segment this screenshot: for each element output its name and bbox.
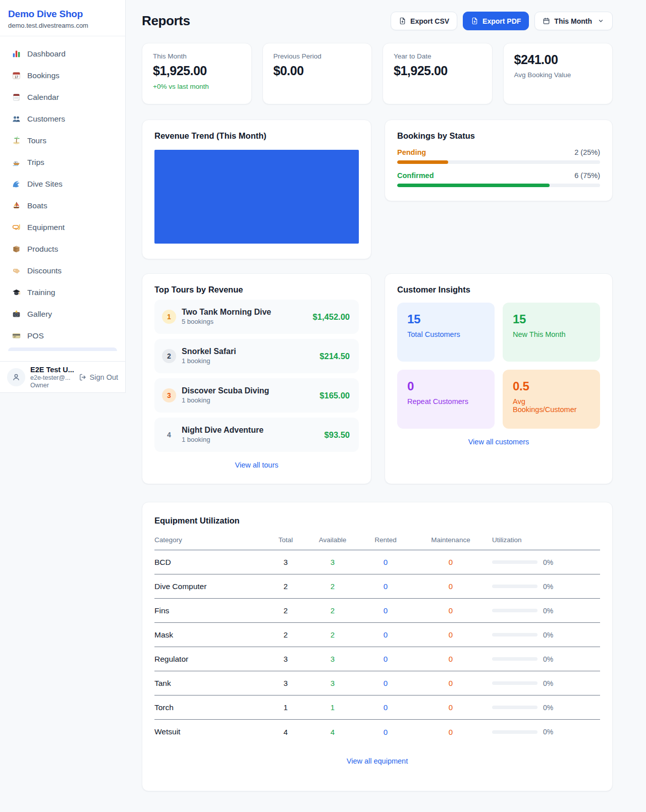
tour-bookings: 1 booking <box>182 396 210 404</box>
tour-revenue: $165.00 <box>319 391 350 400</box>
utilization-track <box>492 609 537 612</box>
cell-total: 3 <box>268 679 303 687</box>
status-count: 6 (75%) <box>574 171 600 180</box>
boat-icon <box>12 158 21 166</box>
tour-row: 4 Night Dive Adventure1 booking $93.50 <box>154 418 359 452</box>
people-icon <box>12 114 21 123</box>
sidebar-item-tours[interactable]: Tours <box>4 130 121 151</box>
utilization-track <box>492 681 537 685</box>
table-row: Torch 1 1 0 0 0% <box>154 695 600 720</box>
tour-bookings: 1 booking <box>182 436 210 443</box>
cell-rented: 0 <box>362 606 409 615</box>
revenue-trend-bar <box>154 150 359 244</box>
export-csv-button[interactable]: Export CSV <box>391 12 457 30</box>
sidebar-item-discounts[interactable]: Discounts <box>4 260 121 281</box>
sidebar-item-dive-sites[interactable]: Dive Sites <box>4 173 121 195</box>
chevron-down-icon <box>597 17 605 25</box>
person-icon <box>11 372 21 382</box>
cell-rented: 0 <box>362 630 409 639</box>
table-row: Regulator 3 3 0 0 0% <box>154 647 600 671</box>
table-row: Tank 3 3 0 0 0% <box>154 671 600 695</box>
cell-rented: 0 <box>362 728 409 736</box>
calendar-icon <box>543 17 550 25</box>
cell-utilization: 0% <box>492 704 600 712</box>
cell-category: Torch <box>154 703 268 712</box>
progress-fill <box>397 184 550 187</box>
cell-utilization: 0% <box>492 679 600 687</box>
stats-row: This Month $1,925.00 +0% vs last month P… <box>142 43 613 104</box>
insight-tile-repeat-customers: 0 Repeat Customers <box>397 370 495 429</box>
cell-category: Dive Computer <box>154 582 268 591</box>
sidebar-item-pos[interactable]: POS <box>4 325 121 346</box>
table-row: Fins 2 2 0 0 0% <box>154 599 600 623</box>
reports-page: Reports Export CSV Export PDF This Month… <box>126 0 646 791</box>
cell-available: 2 <box>303 606 362 615</box>
utilization-track <box>492 657 537 661</box>
file-download-icon <box>471 17 478 25</box>
cell-total: 2 <box>268 630 303 639</box>
cell-maintenance: 0 <box>409 606 492 615</box>
sidebar-item-training[interactable]: Training <box>4 281 121 303</box>
bookings-by-status-title: Bookings by Status <box>397 131 600 141</box>
progress-track <box>397 160 600 164</box>
tour-revenue: $93.50 <box>325 430 350 440</box>
tour-name: Snorkel Safari <box>182 347 236 356</box>
view-all-tours-link[interactable]: View all tours <box>154 461 359 469</box>
dive-mask-icon <box>12 223 21 231</box>
graduation-cap-icon <box>12 288 21 297</box>
cell-category: Regulator <box>154 655 268 664</box>
cell-available: 4 <box>303 728 362 736</box>
header-actions: Export CSV Export PDF This Month <box>391 12 613 30</box>
export-pdf-button[interactable]: Export PDF <box>463 12 529 30</box>
customer-insights-card: Customer Insights 15 Total Customers 15 … <box>385 273 613 484</box>
wave-icon <box>12 180 21 188</box>
utilization-track <box>492 560 537 564</box>
view-all-customers-link[interactable]: View all customers <box>397 438 600 446</box>
user-name: E2E Test U... <box>30 366 74 374</box>
sidebar-item-boats[interactable]: Boats <box>4 195 121 216</box>
sidebar-item-calendar[interactable]: Calendar <box>4 86 121 108</box>
user-info: E2E Test U... e2e-tester@... Owner <box>30 366 74 389</box>
cell-category: Tank <box>154 679 268 688</box>
period-dropdown[interactable]: This Month <box>534 12 613 30</box>
page-header: Reports Export CSV Export PDF This Month <box>142 12 613 30</box>
sidebar-user-footer: E2E Test U... e2e-tester@... Owner Sign … <box>0 361 125 392</box>
progress-track <box>397 184 600 187</box>
cell-maintenance: 0 <box>409 655 492 663</box>
table-row: Dive Computer 2 2 0 0 0% <box>154 574 600 599</box>
revenue-trend-card: Revenue Trend (This Month) <box>142 120 371 259</box>
revenue-trend-title: Revenue Trend (This Month) <box>154 131 359 141</box>
tour-bookings: 5 bookings <box>182 318 213 325</box>
status-label: Confirmed <box>397 171 434 180</box>
sign-out-button[interactable]: Sign Out <box>79 373 118 381</box>
cell-available: 3 <box>303 558 362 566</box>
sidebar-item-trips[interactable]: Trips <box>4 151 121 173</box>
bar-chart-icon <box>12 49 21 58</box>
cell-maintenance: 0 <box>409 728 492 736</box>
sidebar-item-products[interactable]: Products <box>4 238 121 260</box>
utilization-track <box>492 585 537 588</box>
sidebar-item-bookings[interactable]: 17 Bookings <box>4 65 121 86</box>
cell-category: Fins <box>154 606 268 615</box>
view-all-equipment-link[interactable]: View all equipment <box>154 757 600 765</box>
tour-name: Two Tank Morning Dive <box>182 308 271 316</box>
cell-total: 3 <box>268 558 303 566</box>
sidebar-item-equipment[interactable]: Equipment <box>4 216 121 238</box>
app-root: { "sidebar": { "shop_name": "Demo Dive S… <box>0 0 646 812</box>
sidebar-item-dashboard[interactable]: Dashboard <box>4 43 121 65</box>
sailboat-icon <box>12 201 21 210</box>
charts-row: Revenue Trend (This Month) Bookings by S… <box>142 120 613 259</box>
sidebar-item-customers[interactable]: Customers <box>4 108 121 130</box>
utilization-track <box>492 706 537 709</box>
cell-maintenance: 0 <box>409 630 492 639</box>
sidebar-item-active-partial[interactable] <box>8 347 117 351</box>
sidebar: Demo Dive Shop demo.test.divestreams.com… <box>0 0 126 393</box>
tour-revenue: $214.50 <box>319 352 350 361</box>
cell-available: 2 <box>303 582 362 591</box>
cell-rented: 0 <box>362 558 409 566</box>
cell-rented: 0 <box>362 703 409 712</box>
cell-available: 2 <box>303 630 362 639</box>
package-icon <box>12 245 21 253</box>
sidebar-item-gallery[interactable]: Gallery <box>4 303 121 325</box>
cell-utilization: 0% <box>492 558 600 566</box>
